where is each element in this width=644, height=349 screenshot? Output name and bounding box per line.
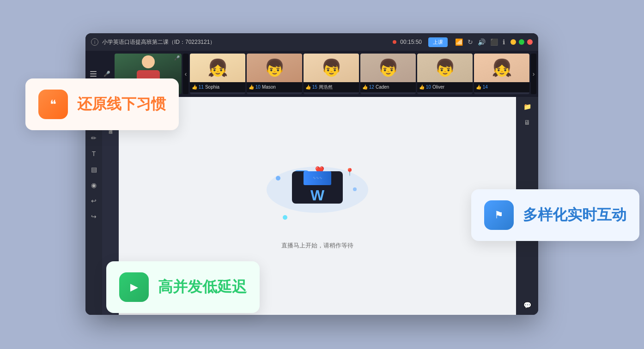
brand-card: ∿∿∿ W [292, 171, 343, 204]
timer: 00:15:50 [400, 39, 422, 45]
brand-content: ∿∿∿ W [304, 171, 331, 204]
restore-icon: ❝ [38, 90, 68, 119]
student-video-zhouhaoran: 👦 👍 15 周浩然 [304, 54, 359, 94]
interactive-icon-symbol: ⚑ [494, 209, 504, 221]
minimize-button[interactable] [510, 39, 516, 45]
settings-icon[interactable]: ℹ [503, 38, 505, 46]
screen-icon[interactable]: ⬛ [490, 38, 498, 46]
hamburger-line [90, 73, 97, 74]
face-emoji: 👦 [378, 60, 399, 76]
student-video-6: 👧 👍 14 [474, 54, 529, 94]
lowlatency-label: 高并发低延迟 [158, 277, 247, 297]
world-map-container: 💬 ❤️ 📍 ∿∿∿ W [262, 162, 373, 236]
mic-small-icon[interactable]: 🎤 [101, 70, 113, 78]
face-emoji: 👧 [492, 60, 512, 76]
student-label: 👍 15 周浩然 [304, 82, 359, 92]
waiting-visual: 💬 ❤️ 📍 ∿∿∿ W [262, 162, 373, 250]
refresh-icon[interactable]: ↻ [468, 38, 473, 46]
face-emoji: 👦 [321, 60, 342, 76]
location-pin: 📍 [345, 168, 354, 176]
window-title: 小学英语口语提高班第二课（ID：70223121） [102, 38, 389, 46]
face: 👦 [417, 54, 473, 82]
nav-arrow-right[interactable]: › [531, 54, 536, 94]
like-count: 👍 10 [249, 84, 261, 90]
student-thumb: 👦 [247, 54, 302, 82]
hamburger-line [90, 71, 97, 72]
face: 👦 [247, 54, 302, 82]
student-name: Mason [262, 84, 300, 90]
like-count: 👍 11 [192, 84, 204, 90]
text-tool[interactable]: T [88, 148, 100, 160]
volume-icon[interactable]: 🔊 [478, 38, 486, 46]
lowlatency-icon: ▶ [119, 272, 149, 302]
undo-tool[interactable]: ↩ [88, 195, 100, 207]
interactive-label: 多样化实时互动 [523, 205, 626, 225]
like-count: 👍 15 [305, 84, 317, 90]
student-name: 周浩然 [319, 84, 357, 90]
interactive-icon: ⚑ [484, 200, 514, 230]
restore-icon-symbol: ❝ [50, 97, 56, 112]
lowlatency-icon-symbol: ▶ [130, 281, 138, 293]
student-thumb: 👦 [417, 54, 473, 82]
info-icon[interactable]: i [91, 38, 98, 46]
folder-icon[interactable]: 📁 [521, 101, 533, 113]
face: 👦 [360, 54, 416, 82]
teacher-head [142, 55, 155, 68]
maximize-button[interactable] [519, 39, 524, 45]
student-name: Oliver [432, 84, 471, 90]
student-name: Caden [376, 84, 414, 90]
student-label: 👍 11 Sophia [190, 82, 245, 92]
student-thumb: 👦 [360, 54, 416, 82]
like-count: 👍 10 [419, 84, 431, 90]
map-dot-2 [353, 187, 357, 191]
student-thumb: 👧 [190, 54, 245, 82]
feature-card-lowlatency: ▶ 高并发低延迟 [106, 261, 260, 313]
face-emoji: 👦 [435, 60, 456, 76]
hamburger-line [90, 76, 97, 77]
face: 👦 [304, 54, 359, 82]
image-tool[interactable]: ▤ [88, 163, 100, 175]
map-dot-3 [283, 215, 287, 220]
title-bar: i 小学英语口语提高班第二课（ID：70223121） 00:15:50 上课 … [85, 33, 538, 51]
redo-tool[interactable]: ↪ [88, 211, 100, 223]
feature-card-restore: ❝ 还原线下习惯 [25, 78, 179, 130]
face-emoji: 👦 [264, 60, 285, 76]
pen-tool[interactable]: ✏ [88, 132, 100, 144]
title-bar-icons: 📶 ↻ 🔊 ⬛ ℹ [455, 38, 505, 46]
face: 👧 [474, 54, 529, 82]
chat-button[interactable]: 💬 [521, 299, 533, 311]
nav-arrow-left[interactable]: ‹ [183, 54, 188, 94]
student-label: 👍 10 Mason [247, 82, 302, 92]
student-video-caden: 👦 👍 12 Caden [360, 54, 416, 94]
brand-letter: W [310, 187, 324, 204]
student-label: 👍 10 Oliver [417, 82, 473, 92]
student-label: 👍 12 Caden [360, 82, 416, 92]
student-name: Sophia [205, 84, 243, 90]
student-thumb: 👧 [474, 54, 529, 82]
student-video-oliver: 👦 👍 10 Oliver [417, 54, 473, 94]
recording-dot [393, 40, 396, 44]
like-count: 👍 12 [362, 84, 374, 90]
waiting-text: 直播马上开始，请稍作等待 [281, 241, 353, 250]
like-count: 👍 14 [476, 84, 488, 90]
restore-label: 还原线下习惯 [77, 94, 166, 114]
face-emoji: 👧 [207, 60, 228, 76]
face: 👧 [190, 54, 245, 82]
wifi-icon: 📶 [455, 38, 463, 46]
student-video-mason: 👦 👍 10 Mason [247, 54, 302, 94]
student-label: 👍 14 [474, 82, 529, 92]
graph-placeholder: ∿∿∿ [313, 176, 322, 180]
logo-graph: ∿∿∿ [304, 171, 331, 185]
map-dot-1 [276, 176, 280, 181]
student-video-sophia: 👧 👍 11 Sophia [190, 54, 245, 94]
eraser-tool[interactable]: ◉ [88, 179, 100, 191]
class-button[interactable]: 上课 [428, 37, 448, 47]
screen-share-icon[interactable]: 🖥 [521, 116, 533, 128]
window-controls [510, 39, 533, 45]
chat-icon[interactable]: 💬 [521, 299, 533, 311]
close-button[interactable] [527, 39, 533, 45]
hamburger-menu[interactable] [87, 69, 99, 78]
feature-card-interactive: ⚑ 多样化实时互动 [471, 189, 639, 241]
mic-indicator: 🎤 [174, 55, 180, 60]
student-thumb: 👦 [304, 54, 359, 82]
